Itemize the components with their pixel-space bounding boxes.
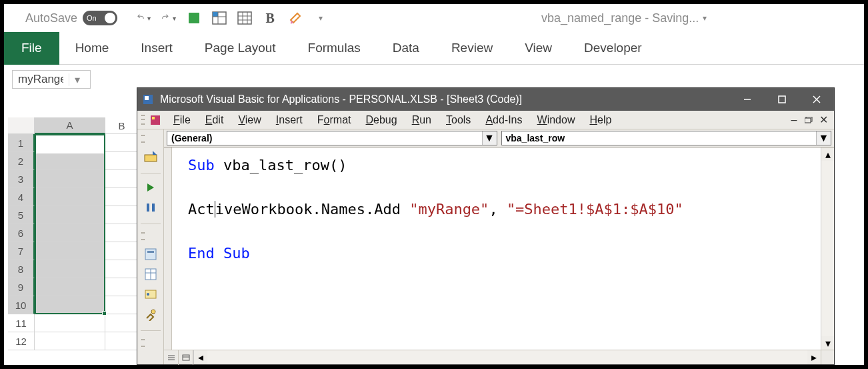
row-header[interactable]: 3 (8, 170, 35, 188)
row-header[interactable]: 6 (8, 224, 35, 242)
vba-menu-format[interactable]: Format (311, 113, 358, 127)
row-header[interactable]: 7 (8, 242, 35, 260)
autosave-toggle[interactable]: On (83, 11, 117, 25)
tab-insert[interactable]: Insert (125, 32, 189, 65)
row-header[interactable]: 9 (8, 278, 35, 296)
vba-tool-design[interactable] (141, 148, 161, 165)
undo-button[interactable]: ▾ (136, 11, 151, 25)
vba-titlebar[interactable]: Microsoft Visual Basic for Applications … (137, 88, 834, 111)
row-header[interactable]: 8 (8, 260, 35, 278)
cell[interactable] (105, 332, 139, 350)
cell[interactable] (35, 242, 105, 260)
vba-menu-insert[interactable]: Insert (269, 113, 309, 127)
cell[interactable] (105, 188, 139, 206)
row-header[interactable]: 2 (8, 152, 35, 170)
row-header[interactable]: 11 (8, 314, 35, 332)
qat-clear-format-button[interactable] (288, 11, 303, 25)
code-editor[interactable]: Sub vba_last_row() ActiveWorkbook.Names.… (172, 147, 821, 350)
cell[interactable] (105, 278, 139, 296)
minimize-button[interactable] (730, 88, 765, 111)
qat-table-button[interactable] (237, 11, 252, 25)
row-header[interactable]: 12 (8, 332, 35, 350)
vba-menu-window[interactable]: Window (531, 113, 582, 127)
tab-view[interactable]: View (509, 32, 568, 65)
cell[interactable] (35, 206, 105, 224)
close-button[interactable] (799, 88, 834, 111)
autosave-label: AutoSave (25, 11, 77, 25)
full-module-view-button[interactable] (179, 350, 193, 365)
vba-menu-help[interactable]: Help (583, 113, 618, 127)
vba-menu-view[interactable]: View (231, 113, 267, 127)
vba-menu-edit[interactable]: Edit (199, 113, 231, 127)
object-dropdown[interactable]: (General) ▼ (167, 131, 497, 145)
vba-tool-break[interactable] (141, 199, 161, 216)
row-header[interactable]: 4 (8, 188, 35, 206)
name-box-dropdown[interactable]: ▾ (69, 73, 85, 86)
cell[interactable] (35, 278, 105, 296)
name-box[interactable]: ▾ (12, 70, 91, 89)
file-tab[interactable]: File (4, 32, 59, 65)
vba-editor-window: Microsoft Visual Basic for Applications … (137, 88, 834, 364)
cell[interactable] (105, 170, 139, 188)
doc-title-dropdown[interactable]: ▾ (703, 13, 707, 23)
col-header-a[interactable]: A (35, 117, 105, 134)
qat-bold-button[interactable]: B (263, 11, 277, 25)
mdi-minimize-button[interactable]: – (787, 115, 801, 125)
vba-tool-browser[interactable] (141, 286, 161, 303)
vba-menu-file[interactable]: File (167, 113, 197, 127)
cell[interactable] (105, 314, 139, 332)
mdi-restore-button[interactable] (802, 115, 815, 125)
row-header[interactable]: 1 (8, 134, 35, 152)
vertical-scrollbar[interactable]: ▴ ▾ (821, 147, 834, 350)
svg-rect-2 (213, 12, 218, 17)
cell[interactable] (35, 152, 105, 170)
col-header-b[interactable]: B (105, 117, 139, 134)
title-bar: AutoSave On ▾ ▾ B ▾ (4, 4, 864, 32)
qat-fill-button[interactable] (187, 11, 201, 25)
cell[interactable] (35, 314, 105, 332)
vba-menu-addins[interactable]: Add-Ins (479, 113, 529, 127)
name-box-input[interactable] (13, 71, 69, 87)
vba-menu-tools[interactable]: Tools (439, 113, 477, 127)
cell[interactable] (35, 134, 105, 152)
select-all-triangle[interactable] (8, 117, 35, 134)
cell[interactable] (105, 224, 139, 242)
cell[interactable] (35, 188, 105, 206)
vba-tool-run[interactable] (141, 179, 161, 196)
vba-menu-debug[interactable]: Debug (359, 113, 404, 127)
cell[interactable] (105, 260, 139, 278)
cell[interactable] (105, 134, 139, 152)
qat-pivot-button[interactable] (212, 11, 227, 25)
vba-tool-toolbox[interactable] (141, 306, 161, 323)
cell[interactable] (105, 242, 139, 260)
tab-developer[interactable]: Developer (568, 32, 658, 65)
chevron-down-icon[interactable]: ▼ (816, 131, 831, 145)
mdi-close-button[interactable]: ✕ (817, 115, 830, 125)
cell[interactable] (35, 224, 105, 242)
cell[interactable] (35, 332, 105, 350)
row-header[interactable]: 5 (8, 206, 35, 224)
cell[interactable] (35, 170, 105, 188)
vba-menu-run[interactable]: Run (405, 113, 438, 127)
cell[interactable] (105, 296, 139, 314)
tab-page-layout[interactable]: Page Layout (189, 32, 292, 65)
vba-tool-properties[interactable] (141, 266, 161, 283)
tab-review[interactable]: Review (435, 32, 509, 65)
vba-tool-project[interactable] (141, 246, 161, 263)
cell[interactable] (105, 152, 139, 170)
maximize-button[interactable] (765, 88, 799, 111)
row-header[interactable]: 10 (8, 296, 35, 314)
tab-home[interactable]: Home (59, 32, 125, 65)
code-margin[interactable] (164, 147, 172, 350)
procedure-view-button[interactable] (164, 350, 179, 365)
qat-customize-button[interactable]: ▾ (313, 11, 328, 25)
tab-data[interactable]: Data (377, 32, 435, 65)
cell[interactable] (35, 260, 105, 278)
tab-formulas[interactable]: Formulas (292, 32, 377, 65)
procedure-dropdown[interactable]: vba_last_row ▼ (501, 131, 832, 145)
cell[interactable] (35, 296, 105, 314)
redo-button[interactable]: ▾ (161, 11, 176, 25)
horizontal-scrollbar[interactable]: ◂ ▸ (193, 350, 821, 364)
chevron-down-icon[interactable]: ▼ (482, 131, 497, 145)
cell[interactable] (105, 206, 139, 224)
